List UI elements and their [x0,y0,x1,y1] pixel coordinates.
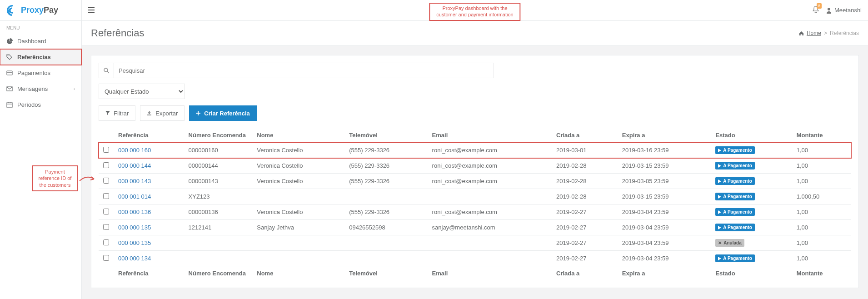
cell-order [184,235,253,251]
sidebar-item-referencias[interactable]: Referências [0,49,81,65]
col-name[interactable]: Nome [252,128,344,143]
sidebar-item-label: Períodos [17,101,41,108]
status-badge[interactable]: A Pagamento [715,224,755,231]
cell-amount: 1,00 [792,220,851,235]
cell-phone: (555) 229-3326 [344,158,427,174]
breadcrumb-home[interactable]: Home [807,30,821,36]
create-reference-button[interactable]: Criar Referência [189,105,256,121]
cell-created: 2019-02-27 [552,204,618,220]
svg-point-0 [8,55,9,56]
menu-heading: MENU [0,21,81,33]
col-order[interactable]: Número Encomenda [184,128,253,143]
row-checkbox[interactable] [103,239,109,245]
cell-name: Veronica Costello [252,174,344,189]
svg-point-9 [104,68,108,72]
status-badge[interactable]: A Pagamento [715,146,755,154]
reference-link[interactable]: 000 000 144 [118,162,151,169]
cell-phone: 09426552598 [344,220,427,235]
sidebar-item-label: Mensagens [17,85,48,92]
row-checkbox[interactable] [103,209,109,214]
reference-link[interactable]: 000 000 134 [118,255,151,262]
svg-rect-4 [7,103,12,107]
sidebar-item-mensagens[interactable]: Mensagens‹ [0,81,81,97]
search-input[interactable] [114,63,494,78]
play-icon [718,179,721,183]
hamburger-icon[interactable] [88,7,95,14]
col-created[interactable]: Criada a [552,128,618,143]
cell-name [252,235,344,251]
cell-email: roni_cost@example.com [428,174,552,189]
col-email[interactable]: Email [428,128,552,143]
cell-expires: 2019-03-05 23:59 [618,174,711,189]
user-menu[interactable]: Meetanshi [826,7,862,14]
logo-icon [6,5,18,16]
cell-created: 2019-02-28 [552,189,618,204]
col-expires[interactable]: Expira a [618,128,711,143]
cell-name: Sanjay Jethva [252,220,344,235]
reference-link[interactable]: 000 000 143 [118,178,151,184]
cell-email: roni_cost@example.com [428,143,552,158]
export-button[interactable]: Exportar [140,105,185,121]
cell-order: XYZ123 [184,189,253,204]
row-checkbox[interactable] [103,147,109,153]
row-checkbox[interactable] [103,162,109,168]
cell-phone: (555) 229-3326 [344,143,427,158]
col-phone[interactable]: Telemóvel [344,128,427,143]
play-icon [718,210,721,214]
sidebar: ProxyPay MENU DashboardReferênciasPagame… [0,0,82,299]
user-icon [826,7,832,14]
reference-link[interactable]: 000 000 135 [118,224,151,231]
page-header: Referências Home > Referências [82,21,868,46]
status-badge[interactable]: A Pagamento [715,162,755,169]
table-row: 000 000 144000000144Veronica Costello(55… [99,158,851,174]
cell-status: A Pagamento [711,189,792,204]
cell-status: A Pagamento [711,251,792,266]
play-icon [718,149,721,152]
brand-logo[interactable]: ProxyPay [0,0,81,21]
table-row: 000 000 160000000160Veronica Costello(55… [99,143,851,158]
sidebar-item-periodos[interactable]: Períodos [0,97,81,113]
col-status[interactable]: Estado [711,128,792,143]
annotation-side: Payment reference ID of the customers [32,165,78,191]
chevron-left-icon: ‹ [74,86,75,91]
status-badge[interactable]: A Pagamento [715,208,755,216]
cell-status: ✕ Anulada [711,235,792,251]
play-icon [718,164,721,168]
cell-amount: 1,00 [792,158,851,174]
status-badge[interactable]: A Pagamento [715,254,755,262]
filter-button[interactable]: Filtrar [99,105,135,121]
cell-email [428,189,552,204]
reference-link[interactable]: 000 000 136 [118,209,151,215]
cell-name: Veronica Costello [252,204,344,220]
col-ref[interactable]: Referência [114,128,184,143]
reference-link[interactable]: 000 000 135 [118,239,151,246]
cell-created: 2019-02-27 [552,251,618,266]
topbar: ProxyPay dashboard with thecustomer and … [82,0,868,21]
plus-icon [196,111,200,115]
status-badge[interactable]: A Pagamento [715,177,755,185]
cell-status: A Pagamento [711,220,792,235]
row-checkbox[interactable] [103,224,109,230]
cell-expires: 2019-03-15 23:59 [618,158,711,174]
table-row: 000 001 014XYZ1232019-02-282019-03-15 23… [99,189,851,204]
status-badge[interactable]: ✕ Anulada [715,239,744,247]
status-badge[interactable]: A Pagamento [715,193,755,200]
notifications-button[interactable]: 8 [813,6,819,15]
sidebar-item-pagamentos[interactable]: Pagamentos [0,65,81,81]
col-amount[interactable]: Montante [792,128,851,143]
home-icon [799,31,804,36]
row-checkbox[interactable] [103,193,109,199]
notifications-badge: 8 [817,3,822,9]
row-checkbox[interactable] [103,178,109,184]
table-row: 000 000 136000000136Veronica Costello(55… [99,204,851,220]
cell-status: A Pagamento [711,174,792,189]
sidebar-item-dashboard[interactable]: Dashboard [0,33,81,49]
download-icon [147,111,152,116]
reference-link[interactable]: 000 000 160 [118,147,151,154]
reference-link[interactable]: 000 001 014 [118,193,151,200]
state-filter-select[interactable]: Qualquer Estado [99,84,185,99]
row-checkbox[interactable] [103,255,109,261]
cell-created: 2019-02-28 [552,174,618,189]
play-icon [718,195,721,199]
cell-amount: 1.000,50 [792,189,851,204]
